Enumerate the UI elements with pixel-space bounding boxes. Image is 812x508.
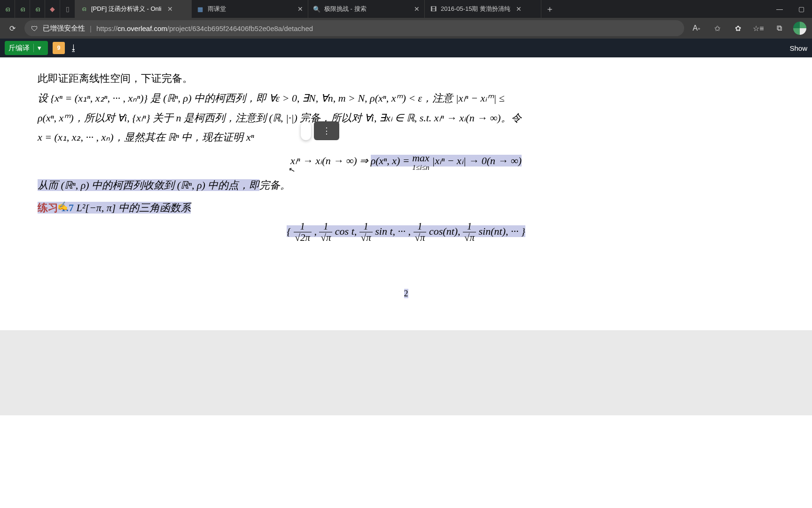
search-icon: 🔍 — [313, 5, 320, 13]
close-icon[interactable]: ✕ — [516, 5, 522, 13]
tab-overleaf-pdf[interactable]: ഒ [PDF] 泛函分析讲义 - Onli ✕ — [75, 0, 192, 18]
favorites-bar-button[interactable]: ☆≡ — [750, 20, 767, 37]
overleaf-favicon: ഒ — [80, 5, 87, 13]
pinned-tab-3[interactable]: ഒ — [30, 0, 45, 18]
tab-yuketang[interactable]: ▦ 雨课堂 ✕ — [192, 0, 308, 18]
security-label: 已增强安全性 — [43, 24, 85, 33]
pinned-tab-5[interactable]: ▯ — [60, 0, 75, 18]
maximize-button[interactable]: ▢ — [790, 0, 812, 18]
show-button[interactable]: Show — [789, 44, 807, 52]
tab-title: 极限挑战 - 搜索 — [324, 5, 367, 13]
pdf-page: 此即证距离线性空间，下证完备。 设 {xⁿ = (x₁ⁿ, x₂ⁿ, ··· ,… — [0, 57, 812, 311]
doc-line-3: 从而 (ℝⁿ, ρ) 中的柯西列收敛到 (ℝⁿ, ρ) 中的点，即完备。 — [38, 175, 774, 195]
exercise-label: 练习 — [38, 202, 58, 214]
kebab-icon: ⋮ — [322, 123, 331, 139]
exercise-line: ✍ 练习 1.7 L²[−π, π] 中的三角函数系 — [38, 198, 774, 218]
close-icon[interactable]: ✕ — [167, 5, 173, 13]
minimize-button[interactable]: — — [769, 0, 790, 18]
exercise-text: L²[−π, π] 中的三角函数系 — [77, 202, 191, 214]
shield-icon: 🛡 — [31, 24, 38, 32]
pdf-viewport[interactable]: 此即证距离线性空间，下证完备。 设 {xⁿ = (x₁ⁿ, x₂ⁿ, ··· ,… — [0, 57, 812, 508]
collections-button[interactable]: ⧉ — [771, 20, 788, 37]
yuketang-favicon: ▦ — [196, 5, 204, 13]
logs-button[interactable]: 9 — [53, 42, 65, 54]
trig-system: { 1√2π , 1√π cos t, 1√π sin t, ··· , 1√π… — [38, 221, 774, 243]
pinned-tab-1[interactable]: ഒ — [0, 0, 15, 18]
page-gap — [0, 330, 812, 415]
compile-label: 斤编译 — [5, 44, 33, 53]
film-icon: 🎞 — [429, 5, 437, 13]
selection-context-menu: ⋮ — [301, 121, 339, 140]
read-aloud-button[interactable]: A» — [688, 20, 705, 37]
doc-equation: xᵢⁿ → xᵢ(n → ∞) ⇒ ρ(xⁿ, x) = max1≤i≤n |x… — [38, 151, 774, 172]
page-number: 2 — [38, 286, 774, 302]
refresh-button[interactable]: ⟳ — [4, 20, 21, 37]
overleaf-toolbar: 斤编译 ▾ 9 ⭳ Show — [0, 39, 812, 57]
selection-handle[interactable] — [301, 121, 311, 140]
favorite-button[interactable]: ✩ — [709, 20, 726, 37]
url-text: https://cn.overleaf.com/project/634cb695… — [96, 24, 313, 32]
pinned-tab-2[interactable]: ഒ — [15, 0, 30, 18]
download-button[interactable]: ⭳ — [70, 43, 78, 53]
avatar — [793, 22, 806, 35]
doc-line-1: 此即证距离线性空间，下证完备。 — [38, 69, 774, 88]
doc-line-2a: 设 {xⁿ = (x₁ⁿ, x₂ⁿ, ··· , xₙⁿ)} 是 (ℝⁿ, ρ)… — [38, 88, 774, 108]
pen-icon: ✍ — [57, 198, 68, 214]
tab-title: 2016-05-15期 黄渤扮清纯 — [441, 5, 510, 13]
new-tab-button[interactable]: ＋ — [541, 0, 558, 18]
tab-title: 雨课堂 — [208, 5, 226, 13]
close-icon[interactable]: ✕ — [414, 5, 420, 13]
doc-line-2c: x = (x₁, x₂, ··· , xₙ)，显然其在 ℝⁿ 中，现在证明 xⁿ… — [38, 127, 774, 147]
url-field[interactable]: 🛡 已增强安全性 | https://cn.overleaf.com/proje… — [24, 20, 684, 36]
notif-badge: 9 — [57, 45, 61, 51]
profile-button[interactable] — [791, 20, 808, 37]
compile-button[interactable]: 斤编译 ▾ — [5, 41, 48, 55]
doc-line-2b: ρ(xⁿ, xᵐ)，所以对 ∀i, {xᵢⁿ} 关于 n 是柯西列，注意到 (ℝ… — [38, 108, 774, 128]
browser-tab-strip: ഒ ഒ ഒ ◆ ▯ ഒ [PDF] 泛函分析讲义 - Onli ✕ ▦ 雨课堂 … — [0, 0, 812, 18]
address-bar: ⟳ 🛡 已增强安全性 | https://cn.overleaf.com/pro… — [0, 18, 812, 39]
extensions-button[interactable]: ✿ — [729, 20, 746, 37]
pinned-tab-4[interactable]: ◆ — [45, 0, 60, 18]
close-icon[interactable]: ✕ — [297, 5, 303, 13]
tab-search[interactable]: 🔍 极限挑战 - 搜索 ✕ — [308, 0, 425, 18]
chevron-down-icon[interactable]: ▾ — [33, 44, 45, 52]
more-options-button[interactable]: ⋮ — [314, 121, 339, 140]
tab-video[interactable]: 🎞 2016-05-15期 黄渤扮清纯 ✕ — [425, 0, 541, 18]
pdf-page-next — [0, 415, 812, 452]
tab-title: [PDF] 泛函分析讲义 - Onli — [91, 5, 162, 13]
